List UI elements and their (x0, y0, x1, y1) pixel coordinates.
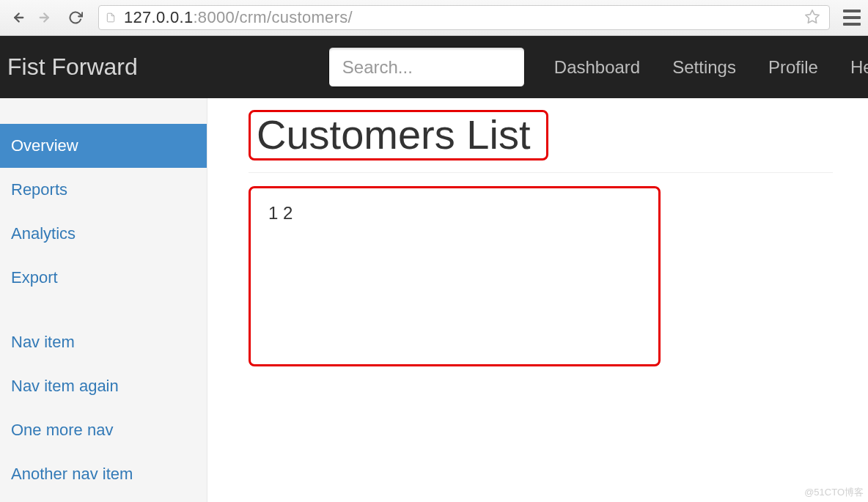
sidebar-link-export[interactable]: Export (0, 256, 207, 300)
reload-button[interactable] (65, 7, 87, 29)
sidebar-item-overview[interactable]: Overview (0, 124, 207, 168)
svg-marker-2 (806, 10, 819, 22)
bookmark-star-icon[interactable] (801, 9, 823, 27)
sidebar-link-nav-item-again[interactable]: Nav item again (0, 364, 207, 408)
url-path: :8000/crm/customers/ (193, 8, 353, 26)
menu-button[interactable] (842, 7, 862, 29)
customers-list-content: 1 2 (268, 203, 293, 223)
top-navbar: Fist Forward Dashboard Settings Profile … (0, 36, 868, 98)
sidebar-link-one-more-nav[interactable]: One more nav (0, 408, 207, 452)
header-divider (249, 172, 833, 173)
back-button[interactable] (6, 7, 28, 29)
page-body: Overview Reports Analytics Export Nav it… (0, 98, 868, 502)
nav-link-help[interactable]: Help (850, 57, 868, 78)
forward-button[interactable] (35, 7, 57, 29)
brand[interactable]: Fist Forward (7, 53, 138, 81)
hamburger-icon (843, 10, 861, 12)
url-bar[interactable]: 127.0.0.1:8000/crm/customers/ (98, 5, 830, 30)
content-box: 1 2 (249, 186, 661, 366)
sidebar-link-analytics[interactable]: Analytics (0, 212, 207, 256)
sidebar-link-overview[interactable]: Overview (0, 124, 207, 168)
arrow-left-icon (9, 10, 25, 26)
browser-toolbar: 127.0.0.1:8000/crm/customers/ (0, 0, 868, 36)
sidebar-item-analytics[interactable]: Analytics (0, 212, 207, 256)
nav-link-profile[interactable]: Profile (768, 57, 818, 78)
sidebar-item-reports[interactable]: Reports (0, 168, 207, 212)
search-wrap (138, 47, 525, 87)
nav-link-dashboard[interactable]: Dashboard (554, 57, 640, 78)
nav-link-settings[interactable]: Settings (672, 57, 736, 78)
sidebar-link-another-nav-item[interactable]: Another nav item (0, 452, 207, 496)
sidebar-item-nav-item-again[interactable]: Nav item again (0, 364, 207, 408)
sidebar-link-nav-item[interactable]: Nav item (0, 320, 207, 364)
arrow-right-icon (38, 10, 54, 26)
navbar-links: Dashboard Settings Profile Help (554, 57, 868, 78)
page-title: Customers List (249, 110, 548, 160)
sidebar-item-nav-item[interactable]: Nav item (0, 320, 207, 364)
main-content: Customers List 1 2 @51CTO博客 (207, 98, 868, 502)
search-input[interactable] (328, 47, 525, 87)
watermark: @51CTO博客 (804, 486, 864, 499)
url-host: 127.0.0.1 (124, 8, 193, 26)
sidebar-item-another-nav-item[interactable]: Another nav item (0, 452, 207, 496)
file-icon (105, 10, 117, 25)
reload-icon (68, 10, 83, 25)
sidebar: Overview Reports Analytics Export Nav it… (0, 98, 207, 502)
sidebar-item-export[interactable]: Export (0, 256, 207, 300)
sidebar-item-one-more-nav[interactable]: One more nav (0, 408, 207, 452)
sidebar-link-reports[interactable]: Reports (0, 168, 207, 212)
url-text: 127.0.0.1:8000/crm/customers/ (124, 8, 353, 27)
sidebar-separator (0, 300, 207, 320)
